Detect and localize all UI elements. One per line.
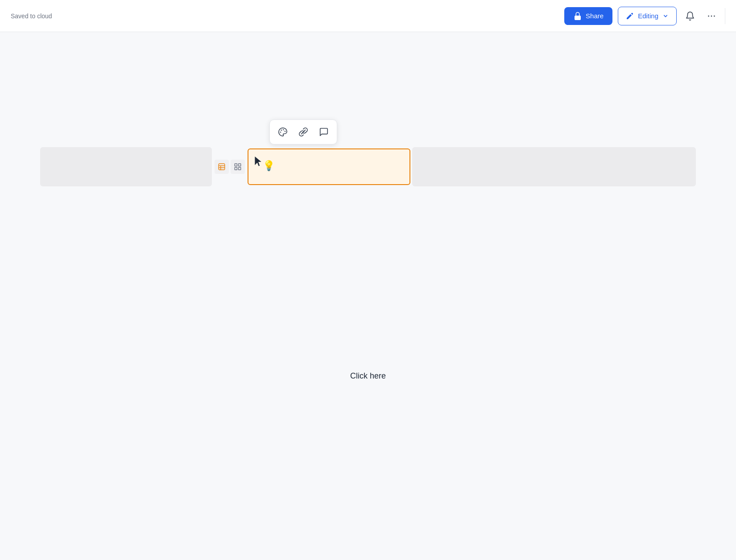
svg-point-3 bbox=[283, 130, 284, 130]
svg-point-0 bbox=[708, 15, 709, 16]
more-button[interactable] bbox=[703, 8, 719, 24]
header-divider bbox=[725, 8, 725, 24]
svg-point-5 bbox=[281, 130, 281, 130]
block-controls bbox=[215, 160, 245, 174]
table-block-button[interactable] bbox=[215, 160, 229, 174]
header-left: Saved to cloud bbox=[11, 12, 52, 20]
grid-block-button[interactable] bbox=[231, 160, 245, 174]
comment-button[interactable] bbox=[314, 123, 333, 141]
bell-button[interactable] bbox=[682, 8, 698, 24]
bell-icon bbox=[685, 11, 695, 21]
share-icon bbox=[573, 12, 582, 21]
link-icon bbox=[298, 127, 308, 137]
header-right: Share Editing bbox=[564, 7, 725, 25]
left-placeholder-block bbox=[40, 147, 212, 186]
table-icon bbox=[218, 163, 226, 171]
editing-label: Editing bbox=[638, 12, 658, 20]
palette-button[interactable] bbox=[273, 123, 292, 141]
more-icon bbox=[707, 11, 716, 21]
svg-rect-13 bbox=[239, 164, 241, 166]
svg-rect-12 bbox=[235, 164, 237, 166]
pencil-icon bbox=[625, 12, 634, 21]
palette-icon bbox=[278, 127, 288, 137]
lightbulb-emoji: 💡 bbox=[263, 160, 275, 172]
header: Saved to cloud Share Editing bbox=[0, 0, 736, 32]
svg-point-4 bbox=[285, 131, 285, 132]
svg-point-6 bbox=[281, 132, 281, 132]
svg-point-2 bbox=[714, 15, 715, 16]
block-row: 💡 bbox=[40, 147, 696, 186]
cursor-icon bbox=[255, 156, 264, 167]
link-button[interactable] bbox=[294, 123, 313, 141]
floating-toolbar bbox=[269, 119, 337, 144]
svg-rect-14 bbox=[235, 168, 237, 170]
comment-icon bbox=[319, 127, 329, 137]
svg-point-1 bbox=[711, 15, 712, 16]
svg-rect-8 bbox=[219, 164, 225, 170]
right-placeholder-block bbox=[412, 147, 696, 186]
svg-rect-15 bbox=[239, 168, 241, 170]
selected-block[interactable]: 💡 bbox=[248, 148, 410, 185]
main-content: 💡 Click here bbox=[0, 32, 736, 560]
chevron-down-icon bbox=[662, 12, 669, 20]
editing-button[interactable]: Editing bbox=[618, 7, 677, 25]
grid-icon bbox=[234, 163, 242, 171]
share-label: Share bbox=[586, 12, 604, 20]
share-button[interactable]: Share bbox=[564, 7, 612, 25]
saved-status: Saved to cloud bbox=[11, 12, 52, 20]
click-here-text[interactable]: Click here bbox=[350, 371, 386, 381]
